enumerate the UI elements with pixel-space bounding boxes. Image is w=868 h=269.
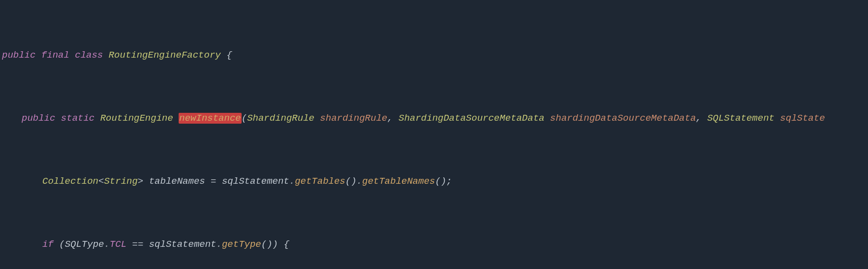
- var-name: tableNames: [149, 176, 205, 187]
- return-type: RoutingEngine: [100, 113, 173, 124]
- keyword: static: [61, 113, 94, 124]
- param-name: shardingRule: [320, 113, 387, 124]
- param-type: ShardingDataSourceMetaData: [399, 113, 544, 124]
- method-call: getTableNames: [362, 176, 435, 187]
- keyword: final: [41, 50, 69, 61]
- code-line: public final class RoutingEngineFactory …: [0, 47, 868, 63]
- keyword: public: [22, 113, 55, 124]
- method-name-highlighted: newInstance: [179, 113, 241, 124]
- keyword: public: [2, 50, 35, 61]
- brace: {: [226, 50, 232, 61]
- code-line: Collection<String> tableNames = sqlState…: [0, 173, 868, 189]
- keyword: class: [75, 50, 103, 61]
- param-type: SQLStatement: [707, 113, 775, 124]
- code-line: public static RoutingEngine newInstance(…: [0, 110, 868, 126]
- method-call: getTables: [295, 176, 345, 187]
- param-type: ShardingRule: [247, 113, 314, 124]
- class-name: RoutingEngineFactory: [109, 50, 221, 61]
- type: Collection: [42, 176, 98, 187]
- code-line: if (SQLType.TCL == sqlStatement.getType(…: [0, 236, 868, 252]
- code-editor[interactable]: public final class RoutingEngineFactory …: [0, 0, 868, 269]
- paren: (: [242, 113, 247, 124]
- param-name: sqlState: [780, 113, 825, 124]
- param-name: shardingDataSourceMetaData: [550, 113, 696, 124]
